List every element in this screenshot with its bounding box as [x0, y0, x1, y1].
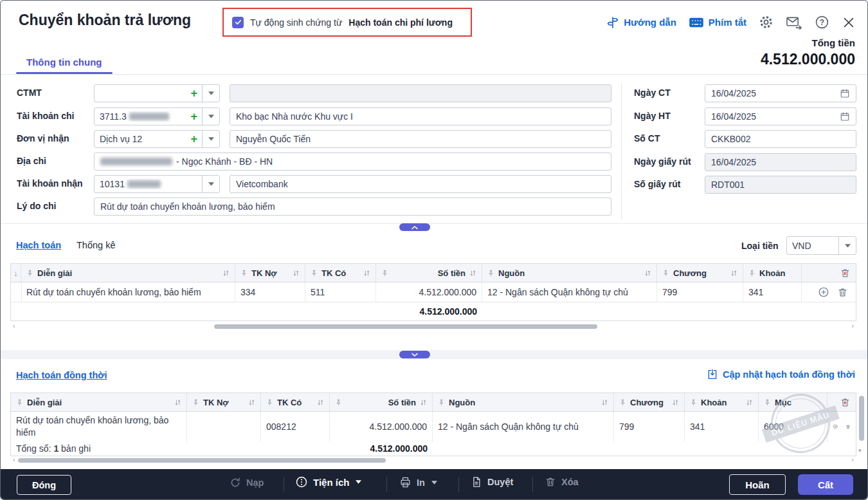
pin-icon[interactable] [311, 270, 318, 277]
scroll-left-arrow[interactable]: ‹ [13, 322, 15, 329]
sort-icon[interactable] [363, 270, 370, 277]
receiver-dropdown-arrow[interactable] [202, 131, 219, 147]
approve-button[interactable]: Duyệt [471, 476, 513, 488]
cell-so-tien[interactable]: 4.512.000.000 [330, 412, 433, 441]
col-header-dien-giai[interactable]: Diễn giải [21, 264, 235, 282]
pin-icon[interactable] [266, 399, 273, 406]
scroll-down-arrow[interactable]: ▾ [858, 447, 862, 454]
scroll-right-arrow[interactable]: › [851, 456, 854, 463]
pin-icon[interactable] [619, 399, 626, 406]
pin-icon[interactable] [16, 399, 23, 406]
cell-muc[interactable]: 6000 [759, 412, 827, 441]
sort-icon[interactable] [672, 399, 679, 406]
pin-icon[interactable] [26, 270, 33, 277]
auto-generate-checkbox[interactable] [232, 17, 244, 28]
tab-thong-ke[interactable]: Thống kê [77, 240, 115, 250]
col-header-dien-giai[interactable]: Diễn giải [11, 393, 187, 412]
print-menu-button[interactable]: In [399, 476, 437, 488]
sort-icon[interactable] [746, 399, 753, 406]
add-row-icon[interactable] [818, 286, 829, 298]
receive-account-combo[interactable]: 10131 [94, 175, 220, 193]
receiver-combo[interactable]: Dịch vụ 12 + [94, 130, 220, 148]
col-header-so-tien[interactable]: Số tiền [376, 264, 482, 282]
address-field[interactable]: - Ngọc Khánh - BĐ - HN [94, 153, 611, 171]
cell-so-tien[interactable]: 4.512.000.000 [376, 282, 482, 302]
add-row-icon[interactable] [833, 421, 838, 432]
calendar-icon[interactable] [840, 111, 850, 122]
simultaneous-vscrollbar[interactable]: ▾ [859, 393, 864, 455]
reason-field[interactable]: Rút dự toán chuyển khoản lương, bảo hiểm [94, 198, 611, 216]
sort-icon[interactable] [248, 399, 255, 406]
tab-general-info[interactable]: Thông tin chung [26, 57, 102, 68]
pay-account-dropdown-arrow[interactable] [202, 108, 219, 125]
ctmt-add-icon[interactable]: + [186, 88, 202, 99]
cell-nguon[interactable]: 12 - Ngân sách Quận không tự chủ [433, 412, 614, 441]
ctmt-dropdown-arrow[interactable] [202, 85, 219, 102]
col-header-chuong[interactable]: Chương [614, 393, 685, 412]
cell-dien-giai[interactable]: Rút dự toán chuyển khoản lương, bảo hiểm [21, 282, 235, 302]
pay-account-add-icon[interactable]: + [186, 111, 202, 122]
pin-icon[interactable] [240, 270, 248, 277]
sort-icon[interactable] [174, 399, 181, 406]
reload-button[interactable]: Nạp [230, 477, 264, 488]
post-date-field[interactable]: 16/04/2025 [705, 107, 856, 125]
pay-account-name-field[interactable]: Kho bạc Nhà nước Khu vực I [230, 107, 611, 125]
scroll-left-arrow[interactable]: ‹ [13, 456, 15, 463]
cell-chuong[interactable]: 799 [657, 282, 743, 302]
pin-icon[interactable] [662, 270, 669, 277]
col-header-muc[interactable]: Mục [759, 393, 827, 412]
cell-nguon[interactable]: 12 - Ngân sách Quận không tự chủ [482, 282, 657, 302]
scrollbar-thumb[interactable] [214, 324, 597, 329]
shortcut-link[interactable]: Phím tắt [689, 17, 746, 28]
delete-row-icon[interactable] [845, 421, 851, 432]
col-header-khoan[interactable]: Khoản [685, 393, 759, 412]
sort-icon[interactable] [293, 270, 300, 277]
cell-tk-no[interactable]: 334 [235, 282, 305, 302]
pin-icon[interactable] [381, 270, 388, 277]
sort-icon[interactable] [730, 270, 737, 277]
col-header-tk-no[interactable]: TK Nợ [187, 393, 261, 412]
sort-icon[interactable] [222, 270, 230, 277]
pin-icon[interactable] [335, 399, 342, 406]
col-header-nguon[interactable]: Nguồn [433, 393, 614, 412]
col-header-khoan[interactable]: Khoản [743, 264, 802, 282]
simultaneous-title[interactable]: Hạch toán đồng thời [16, 370, 107, 380]
col-header-chuong[interactable]: Chương [657, 264, 743, 282]
close-dialog-button[interactable]: Đóng [17, 475, 71, 495]
simultaneous-hscrollbar[interactable]: ‹ › [10, 458, 856, 463]
send-mail-button[interactable] [786, 15, 802, 30]
pin-icon[interactable] [764, 399, 771, 406]
col-header-so-tien[interactable]: Số tiền [330, 393, 433, 412]
update-simultaneous-link[interactable]: Cập nhật hạch toán đồng thời [707, 369, 855, 380]
receiver-name-field[interactable]: Nguyễn Quốc Tiến [230, 130, 611, 148]
accounting-hscrollbar[interactable]: ‹ › [10, 324, 856, 329]
sort-icon[interactable] [644, 270, 651, 277]
collapse-section-button[interactable] [399, 351, 430, 358]
pay-account-combo[interactable]: 3711.3 + [94, 107, 220, 125]
cell-tk-no[interactable] [187, 412, 261, 441]
currency-select[interactable]: VND [786, 236, 856, 255]
col-header-tk-co[interactable]: TK Có [261, 393, 330, 412]
delete-row-icon[interactable] [837, 287, 848, 298]
ctmt-combo[interactable]: + [94, 84, 220, 102]
col-header-nguon[interactable]: Nguồn [482, 264, 657, 282]
cell-dien-giai[interactable]: Rút dự toán chuyển khoản lương, bảo hiểm [11, 412, 187, 441]
bank-name-field[interactable]: Vietcombank [230, 175, 611, 193]
pin-icon[interactable] [748, 270, 755, 277]
receive-account-dropdown-arrow[interactable] [202, 176, 219, 192]
guide-link[interactable]: Hướng dẫn [606, 16, 676, 29]
cell-khoan[interactable]: 341 [743, 282, 802, 302]
currency-dropdown-arrow[interactable] [838, 237, 856, 254]
receiver-add-icon[interactable]: + [186, 133, 202, 145]
cell-khoan[interactable]: 341 [685, 412, 759, 441]
close-button[interactable] [842, 15, 856, 30]
utilities-menu-button[interactable]: Tiện ích [295, 476, 361, 488]
pin-icon[interactable] [487, 270, 494, 277]
delete-all-rows-button[interactable] [840, 397, 851, 408]
pin-icon[interactable] [690, 399, 697, 406]
save-button[interactable]: Cất [798, 474, 853, 495]
collapse-form-button[interactable] [399, 223, 430, 231]
doc-no-field[interactable]: CKKB002 [705, 130, 856, 148]
col-header-tk-no[interactable]: TK Nợ [235, 264, 305, 282]
cell-tk-co[interactable]: 008212 [261, 412, 330, 441]
